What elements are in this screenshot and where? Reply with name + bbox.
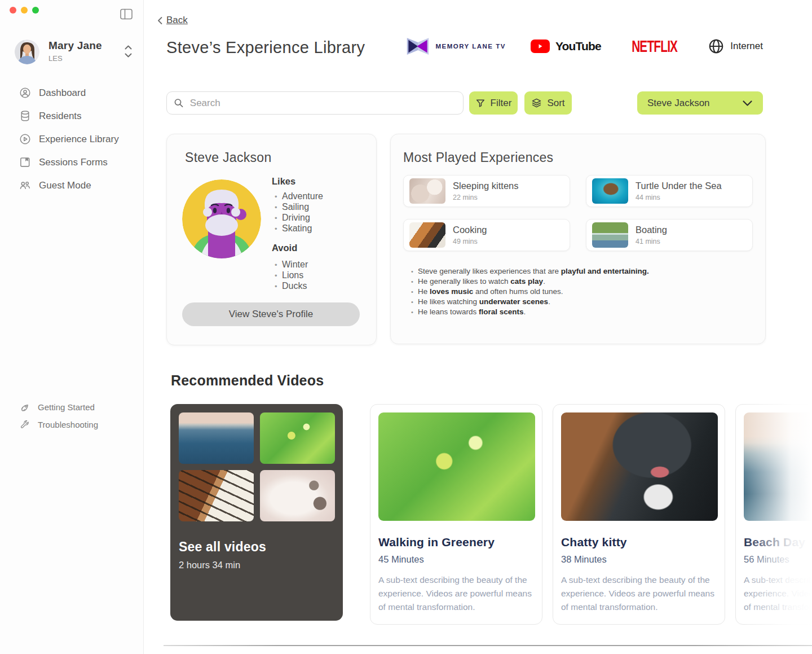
search-input[interactable] (189, 97, 456, 109)
back-label: Back (166, 15, 188, 26)
sidebar-item-label: Dashboard (39, 87, 86, 99)
provider-netflix[interactable]: NETFLIX (626, 38, 683, 55)
play-circle-icon (19, 133, 32, 146)
most-played-item[interactable]: Cooking 49 mins (403, 219, 570, 251)
resident-selector-dropdown[interactable]: Steve Jackson (637, 91, 763, 115)
avoid-list: Winter Lions Ducks (272, 259, 365, 291)
experience-duration: 44 mins (636, 194, 722, 201)
provider-label: NETFLIX (632, 37, 677, 56)
page-title: Steve’s Experience Library (166, 38, 365, 57)
sidebar-item-dashboard[interactable]: Dashboard (0, 81, 143, 104)
like-item: Sailing (282, 201, 365, 212)
globe-icon (708, 38, 725, 55)
sidebar-item-residents[interactable]: Residents (0, 104, 143, 128)
database-icon (19, 109, 32, 122)
person-circle-icon (19, 86, 32, 99)
experience-duration: 49 mins (453, 238, 487, 245)
user-name: Mary Jane (48, 39, 102, 52)
note-item: He likes watching underwater scenes. (418, 297, 762, 307)
view-profile-button[interactable]: View Steve's Profile (182, 302, 360, 326)
back-link[interactable]: Back (157, 15, 188, 26)
filter-button[interactable]: Filter (469, 91, 518, 115)
sort-button[interactable]: Sort (524, 91, 572, 115)
chevron-down-icon (742, 100, 753, 107)
recommended-videos-title: Recommended Videos (171, 372, 324, 389)
note-item: He leans towards floral scents. (418, 307, 762, 317)
most-played-title: Most Played Experiences (403, 150, 553, 165)
sidebar-toggle-icon[interactable] (120, 8, 133, 20)
sidebar-nav: Dashboard Residents Experience Library S… (0, 81, 143, 197)
video-card-walking-in-greenery[interactable]: Walking in Greenery 45 Minutes A sub-tex… (370, 404, 542, 625)
avoid-item: Ducks (282, 280, 365, 291)
sidebar-item-getting-started[interactable]: Getting Started (0, 398, 143, 416)
user-switcher-chevrons-icon[interactable] (123, 43, 133, 60)
provider-label: Internet (730, 41, 763, 52)
resident-notes-list: Steve generally likes experiences that a… (409, 266, 762, 317)
like-item: Skating (282, 223, 365, 234)
sidebar-item-label: Guest Mode (39, 180, 91, 191)
most-played-item[interactable]: Turtle Under the Sea 44 mins (586, 175, 753, 207)
sidebar-item-sessions-forms[interactable]: Sessions Forms (0, 151, 143, 174)
experience-title: Turtle Under the Sea (636, 181, 722, 191)
user-org: LES (48, 54, 63, 63)
most-played-panel: Most Played Experiences Sleeping kittens… (390, 134, 766, 344)
sidebar-item-experience-library[interactable]: Experience Library (0, 128, 143, 151)
youtube-play-icon (531, 39, 550, 53)
people-icon (19, 179, 32, 192)
video-title: Walking in Greenery (378, 536, 534, 549)
user-avatar[interactable] (15, 39, 39, 64)
provider-youtube[interactable]: YouTube (531, 39, 601, 53)
avoid-item: Winter (282, 259, 365, 270)
provider-internet[interactable]: Internet (708, 38, 763, 55)
video-title: Beach Day (744, 536, 812, 549)
video-duration: 38 Minutes (561, 554, 717, 565)
sidebar-item-label: Experience Library (39, 134, 119, 145)
thumbnail-turtle-under-the-sea (592, 178, 628, 204)
resident-profile-card: Steve Jackson (166, 134, 377, 345)
traffic-light-zoom-icon[interactable] (32, 7, 39, 14)
video-description: A sub-text describing the beauty of the … (561, 573, 714, 614)
thumbnail-green-grass (260, 412, 335, 464)
video-card-beach-day[interactable]: Beach Day 56 Minutes A sub-text describi… (735, 404, 812, 625)
see-all-duration: 2 hours 34 min (179, 560, 240, 570)
likes-heading: Likes (272, 176, 365, 187)
avoid-heading: Avoid (272, 243, 365, 253)
provider-logos: MEMORY LANE TV YouTube NETFLIX Internet (406, 33, 763, 60)
video-duration: 56 Minutes (744, 554, 812, 565)
video-duration: 45 Minutes (378, 554, 534, 565)
most-played-item[interactable]: Boating 41 mins (586, 219, 753, 251)
thumbnail-ocean-waves (179, 412, 254, 464)
like-item: Driving (282, 212, 365, 223)
like-item: Adventure (282, 191, 365, 201)
sidebar-footer: Getting Started Troubleshooting (0, 398, 143, 433)
see-all-videos-card[interactable]: See all videos 2 hours 34 min (170, 404, 343, 621)
video-description: A sub-text describing the beauty of the … (744, 573, 812, 614)
filter-funnel-icon (475, 98, 486, 108)
sidebar-item-guest-mode[interactable]: Guest Mode (0, 174, 143, 197)
experience-duration: 22 mins (453, 194, 519, 201)
video-card-chatty-kitty[interactable]: Chatty kitty 38 Minutes A sub-text descr… (553, 404, 725, 625)
resident-name: Steve Jackson (185, 150, 271, 165)
rocket-icon (20, 402, 30, 412)
traffic-light-close-icon[interactable] (10, 7, 16, 14)
video-image-beach (744, 412, 812, 521)
provider-label: YouTube (555, 39, 601, 53)
experience-duration: 41 mins (636, 238, 667, 245)
resident-selector-value: Steve Jackson (647, 98, 710, 109)
sidebar: Mary Jane LES Dashboard Residents Experi… (0, 0, 144, 654)
resident-avatar (182, 179, 261, 258)
sidebar-item-label: Residents (39, 111, 82, 122)
search-bar (166, 91, 464, 115)
experience-title: Cooking (453, 225, 487, 235)
traffic-light-minimize-icon[interactable] (21, 7, 28, 14)
sort-layers-icon (531, 98, 542, 108)
provider-memory-lane-tv[interactable]: MEMORY LANE TV (406, 35, 506, 58)
see-all-label: See all videos (179, 539, 266, 555)
note-item: He generally likes to watch cats play. (418, 276, 762, 287)
avoid-item: Lions (282, 270, 365, 280)
sidebar-item-troubleshooting[interactable]: Troubleshooting (0, 416, 143, 433)
video-description: A sub-text describing the beauty of the … (378, 573, 532, 614)
bookmark-page-icon (19, 156, 32, 169)
most-played-item[interactable]: Sleeping kittens 22 mins (403, 175, 570, 207)
thumbnail-piano-hands (179, 470, 254, 521)
